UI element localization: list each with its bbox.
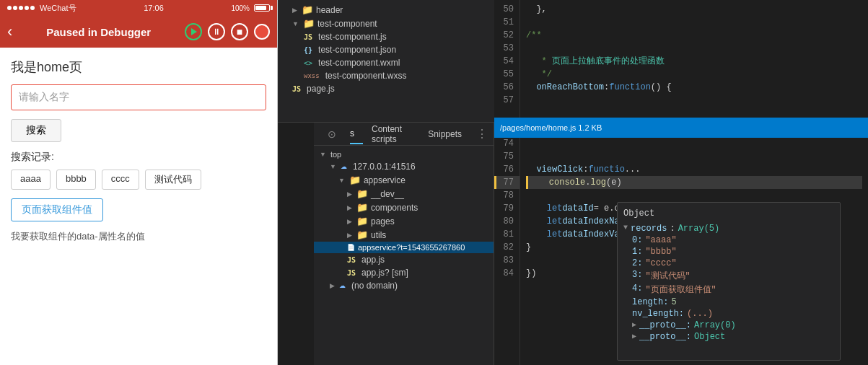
length-key: length: xyxy=(632,297,668,307)
obj-proto2-line: ▶ __proto__: Object xyxy=(632,331,834,343)
top-arrow-icon: ▼ xyxy=(320,151,326,158)
line-53 xyxy=(526,42,862,55)
server-arrow-icon: ▼ xyxy=(330,163,336,170)
server-label: 127.0.0.1:41516 xyxy=(353,162,416,172)
tree-item-header[interactable]: ▶ 📁 header xyxy=(278,3,494,17)
sources-tree-server[interactable]: ▼ ☁ 127.0.0.1:41516 xyxy=(314,160,494,173)
code-line-75 xyxy=(526,150,862,163)
sources-tree-app-js[interactable]: JS app.js xyxy=(314,253,494,266)
status-file-path: /pages/home/home.js 1.2 KB xyxy=(500,123,602,132)
component-button[interactable]: 页面获取组件值 xyxy=(11,198,103,221)
no-domain-label: (no domain) xyxy=(351,281,398,291)
time-label: 17:06 xyxy=(144,4,164,12)
index-0: 0: xyxy=(632,235,642,245)
appservice-folder-icon: 📁 xyxy=(349,175,361,185)
code-line-78 xyxy=(526,189,862,202)
sources-subtab-snippets[interactable]: Snippets xyxy=(419,125,470,144)
code-line-77: console.log(e) xyxy=(526,176,862,189)
tag-cccc[interactable]: cccc xyxy=(102,170,139,190)
tree-item-test-component-wxss[interactable]: wxss test-component.wxss xyxy=(278,69,494,82)
test-component-folder-icon: 📁 xyxy=(303,18,315,29)
tree-item-test-component-js[interactable]: JS test-component.js xyxy=(278,30,494,43)
selected-file-label: appservice?t=1543655267860 xyxy=(358,243,465,252)
records-arrow-icon[interactable]: ▼ xyxy=(623,224,628,232)
sources-tree-pages[interactable]: ▶ 📁 pages xyxy=(314,214,494,228)
sources-tree-app-js-sm[interactable]: JS app.js? [sm] xyxy=(314,266,494,279)
sources-tree-appservice[interactable]: ▼ 📁 appservice xyxy=(314,173,494,187)
appservice-label: appservice xyxy=(364,175,405,185)
utils-label: utils xyxy=(371,230,386,240)
header-arrow-icon: ▶ xyxy=(292,6,297,14)
nv-length-value: (...) xyxy=(687,309,713,319)
test-component-wxml-label: test-component.wxml xyxy=(318,58,400,68)
obj-proto1-line: ▶ __proto__: Array(0) xyxy=(632,320,834,331)
page-js-label: page.js xyxy=(307,84,335,94)
sources-collapse-icon[interactable]: ⊙ xyxy=(314,123,350,146)
pages-folder-icon: 📁 xyxy=(356,216,368,227)
dev-folder-icon: 📁 xyxy=(356,188,368,199)
play-button[interactable] xyxy=(185,23,202,40)
records-key: records xyxy=(631,224,667,234)
tag-test-code[interactable]: 测试代码 xyxy=(145,170,201,190)
index-2: 2: xyxy=(632,258,642,268)
tree-item-test-component[interactable]: ▼ 📁 test-component xyxy=(278,17,494,30)
search-input[interactable]: 请输入名字 xyxy=(11,84,266,110)
mobile-simulator: WeChat号 17:06 100% ‹ Paused in Debugger … xyxy=(0,0,278,365)
stop-button[interactable]: ■ xyxy=(231,23,248,40)
page-title: 我是home页 xyxy=(11,58,266,76)
app-js-label: app.js xyxy=(361,255,385,265)
index-3: 3: xyxy=(632,270,642,280)
json-icon: {} xyxy=(304,46,312,54)
tag-aaaa[interactable]: aaaa xyxy=(11,170,51,190)
header-label: header xyxy=(316,5,343,15)
mobile-content: 我是home页 请输入名字 搜索 搜索记录: aaaa bbbb cccc 测试… xyxy=(0,48,277,365)
line-56: onReachBottom: function () { xyxy=(526,81,862,94)
mobile-status-bar: WeChat号 17:06 100% xyxy=(0,0,277,16)
sources-tree-dev[interactable]: ▶ 📁 __dev__ xyxy=(314,187,494,201)
proto2-value: Object xyxy=(694,332,725,342)
components-folder-icon: 📁 xyxy=(356,202,368,213)
tree-item-page-js[interactable]: JS page.js xyxy=(278,82,494,95)
pause-button[interactable]: ⏸ xyxy=(208,23,225,40)
proto2-key: __proto__: xyxy=(639,332,691,342)
line-54: * 页面上拉触底事件的处理函数 xyxy=(526,55,862,68)
object-inspector-title: Object xyxy=(623,208,834,219)
back-button[interactable]: ‹ xyxy=(7,22,12,41)
sources-options-icon[interactable]: ⋮ xyxy=(470,127,494,141)
sources-tree-top[interactable]: ▼ top xyxy=(314,149,494,160)
value-4: "页面获取组件值" xyxy=(645,283,716,296)
battery-icon xyxy=(254,4,270,12)
sources-subtab-content-scripts[interactable]: Content scripts xyxy=(363,120,419,149)
record-button[interactable] xyxy=(254,24,270,40)
proto1-arrow-icon[interactable]: ▶ xyxy=(632,320,636,329)
cloud-icon: ☁ xyxy=(341,163,347,170)
sources-top-label: top xyxy=(330,150,341,159)
sources-tree-components[interactable]: ▶ 📁 components xyxy=(314,201,494,214)
records-value: Array(5) xyxy=(678,224,720,234)
obj-item-2: 2: "cccc" xyxy=(632,258,834,269)
object-inspector: Object ▼ records : Array(5) 0: "aaaa" 1:… xyxy=(617,202,841,361)
test-component-wxss-label: test-component.wxss xyxy=(325,71,407,81)
obj-records-line: ▼ records : Array(5) xyxy=(623,223,834,234)
utils-arrow-icon: ▶ xyxy=(347,232,352,239)
app-js-sm-label: app.js? [sm] xyxy=(361,268,408,278)
proto2-arrow-icon[interactable]: ▶ xyxy=(632,332,636,340)
sources-tree-no-domain[interactable]: ▶ ☁ (no domain) xyxy=(314,279,494,292)
code-line-74 xyxy=(526,137,862,150)
value-2: "cccc" xyxy=(645,258,676,268)
sources-tree-utils[interactable]: ▶ 📁 utils xyxy=(314,228,494,242)
nv-length-key: nv_length: xyxy=(632,309,684,319)
obj-nv-length-line: nv_length: (...) xyxy=(632,308,834,320)
stop-icon: ■ xyxy=(237,26,242,38)
tag-bbbb[interactable]: bbbb xyxy=(56,170,96,190)
obj-records-items: 0: "aaaa" 1: "bbbb" 2: "cccc" 3: "测试代码" … xyxy=(632,234,834,343)
search-button[interactable]: 搜索 xyxy=(11,119,61,142)
sources-tree-selected-file[interactable]: 📄 appservice?t=1543655267860 xyxy=(314,242,494,253)
status-left: WeChat号 xyxy=(7,3,76,14)
battery-label: 100% xyxy=(231,4,250,12)
wxss-icon: wxss xyxy=(304,72,320,79)
status-right: 100% xyxy=(231,4,270,12)
tree-item-test-component-wxml[interactable]: <> test-component.wxml xyxy=(278,56,494,69)
tree-item-test-component-json[interactable]: {} test-component.json xyxy=(278,43,494,56)
selected-file-icon: 📄 xyxy=(347,244,355,251)
